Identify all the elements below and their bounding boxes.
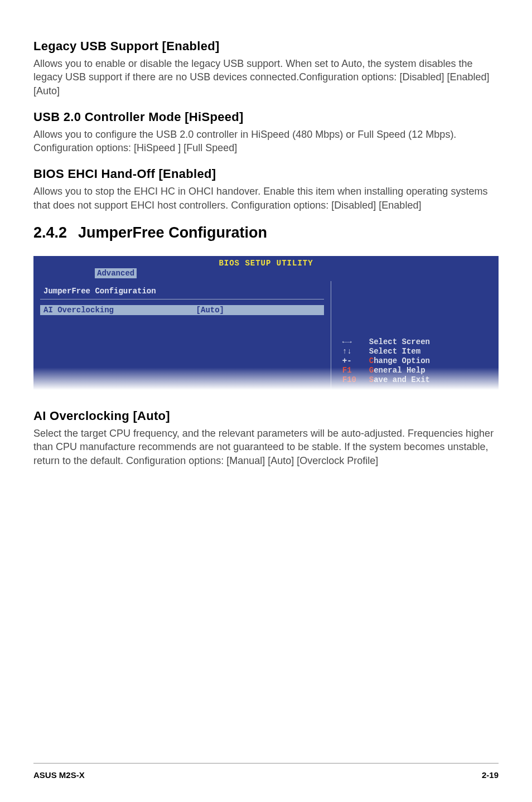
heading-number: 2.4.2 [33,224,67,241]
bios-selected-row: AI Overclocking [Auto] [40,305,324,315]
heading-jumperfree: 2.4.2JumperFree Configuration [33,224,499,241]
heading-usb20-mode: USB 2.0 Controller Mode [HiSpeed] [33,110,499,124]
heading-title: JumperFree Configuration [78,224,267,241]
help-key: F10 [342,375,369,384]
heading-legacy-usb: Legacy USB Support [Enabled] [33,39,499,54]
help-line: F10 Save and Exit [342,375,491,384]
help-desc: Save and Exit [369,375,430,384]
bios-left-panel: JumperFree Configuration AI Overclocking… [33,281,331,390]
bios-screenshot: BIOS SETUP UTILITY Advanced JumperFree C… [33,256,499,390]
bios-title: BIOS SETUP UTILITY [33,256,499,269]
heading-ai-overclocking: AI Overclocking [Auto] [33,409,499,423]
help-key: +- [342,356,369,365]
footer-right: 2-19 [482,770,499,780]
help-desc: Select Screen [369,337,430,346]
help-desc: General Help [369,366,425,375]
help-line: ←→ Select Screen [342,337,491,346]
help-line: +- Change Option [342,356,491,365]
bios-row-label: AI Overclocking [41,306,196,315]
body-legacy-usb: Allows you to enable or disable the lega… [33,57,499,98]
footer-left: ASUS M2S-X [33,770,85,780]
help-key: F1 [342,366,369,375]
help-desc: Change Option [369,356,430,365]
bios-tab-advanced: Advanced [95,268,137,278]
page-footer: ASUS M2S-X 2-19 [33,763,499,780]
help-desc: Select Item [369,347,420,356]
help-line: F1 General Help [342,366,491,375]
bios-panel-title: JumperFree Configuration [43,287,324,296]
help-key: ↑↓ [342,347,369,356]
heading-bios-ehci: BIOS EHCI Hand-Off [Enabled] [33,167,499,181]
bios-divider [40,299,324,299]
body-usb20-mode: Allows you to configure the USB 2.0 cont… [33,128,499,155]
body-bios-ehci: Allows you to stop the EHCI HC in OHCI h… [33,185,499,212]
bios-row-value: [Auto] [196,306,323,315]
help-line: ↑↓ Select Item [342,347,491,356]
help-key: ←→ [342,337,369,346]
body-ai-overclocking: Select the target CPU frequency, and the… [33,427,499,467]
bios-help-panel: ←→ Select Screen ↑↓ Select Item +- Chang… [331,281,499,390]
